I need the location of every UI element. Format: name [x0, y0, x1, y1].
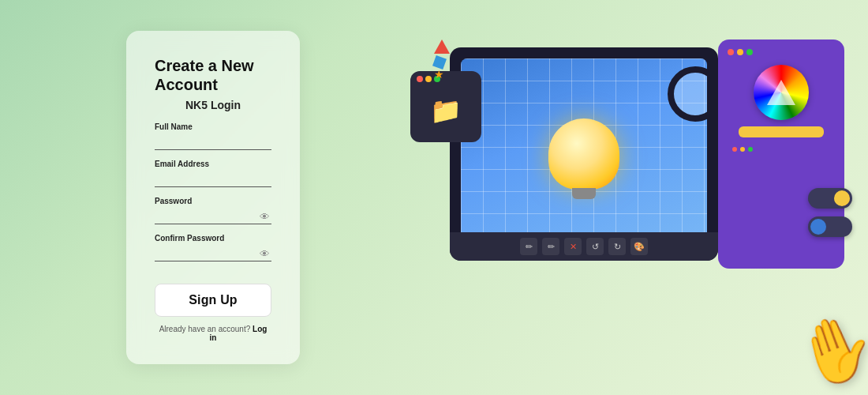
dot-yellow [425, 76, 432, 82]
password-input-wrapper: 👁 [155, 208, 271, 224]
panel-dot-sm-green [748, 147, 753, 152]
toggle-knob-1 [834, 190, 850, 206]
right-panel [718, 40, 844, 269]
folder-icon: 📁 [430, 96, 462, 126]
dot-red [417, 76, 423, 82]
confirm-password-group: Confirm Password 👁 [155, 234, 271, 261]
confirm-password-input-wrapper: 👁 [155, 245, 271, 261]
monitor-screen [461, 58, 707, 250]
email-input[interactable] [155, 171, 271, 187]
card-title: Create a New Account [155, 56, 271, 94]
toggle-switch-1[interactable] [808, 188, 852, 209]
password-eye-icon[interactable]: 👁 [260, 210, 270, 222]
panel-dot-red [728, 49, 734, 55]
password-input[interactable] [155, 208, 271, 224]
email-group: Email Address [155, 160, 271, 187]
bulb-icon [548, 118, 619, 190]
hand-illustration: ✋ [787, 302, 868, 395]
toolbar-pen-icon: ✏ [520, 238, 537, 255]
password-label: Password [155, 197, 271, 205]
panel-yellow-bar [739, 126, 825, 137]
full-name-label: Full Name [155, 122, 271, 131]
card-subtitle: NK5 Login [155, 99, 271, 111]
shape-container: ★ [434, 40, 450, 81]
email-input-wrapper [155, 171, 271, 187]
magnifier [668, 66, 707, 122]
login-link-row: Already have an account? Log in [155, 325, 271, 342]
red-triangle-shape [434, 40, 450, 54]
toggle-knob-2 [810, 219, 826, 235]
panel-dots-row-2 [728, 144, 835, 155]
panel-dot-yellow [737, 49, 743, 55]
confirm-password-eye-icon[interactable]: 👁 [260, 247, 270, 259]
color-wheel-triangle [767, 80, 795, 105]
confirm-password-label: Confirm Password [155, 234, 271, 243]
toggle-switch-2[interactable] [808, 216, 852, 237]
full-name-input[interactable] [155, 134, 271, 150]
color-wheel [754, 65, 809, 120]
signup-button[interactable]: Sign Up [155, 284, 271, 317]
email-label: Email Address [155, 160, 271, 168]
small-card: 📁 [410, 71, 481, 142]
panel-dot-green [746, 49, 753, 55]
toolbar-cross-icon: ✕ [564, 238, 582, 255]
panel-dots [728, 49, 835, 55]
password-group: Password 👁 [155, 197, 271, 224]
toggles-panel [808, 188, 852, 237]
illustration-area: 📁 ★ ✏ ✏ ✕ ↺ ↻ 🎨 [402, 24, 844, 371]
full-name-group: Full Name [155, 122, 271, 150]
confirm-password-input[interactable] [155, 245, 271, 261]
bulb-base [572, 188, 596, 199]
register-card: Create a New Account NK5 Login Full Name… [126, 31, 300, 364]
panel-dot-sm-red [732, 147, 737, 152]
monitor-toolbar: ✏ ✏ ✕ ↺ ↻ 🎨 [450, 232, 718, 261]
main-monitor: ✏ ✏ ✕ ↺ ↻ 🎨 [450, 47, 718, 261]
login-prompt-text: Already have an account? [159, 325, 251, 333]
toolbar-undo-icon: ↺ [586, 238, 604, 255]
toolbar-redo-icon: ↻ [608, 238, 626, 255]
toolbar-pencil-icon: ✏ [542, 238, 559, 255]
panel-dot-sm-yellow [740, 147, 745, 152]
toolbar-color-icon: 🎨 [630, 238, 648, 255]
magnifier-circle [668, 66, 707, 122]
orange-star-shape: ★ [434, 68, 450, 81]
full-name-input-wrapper [155, 134, 271, 150]
